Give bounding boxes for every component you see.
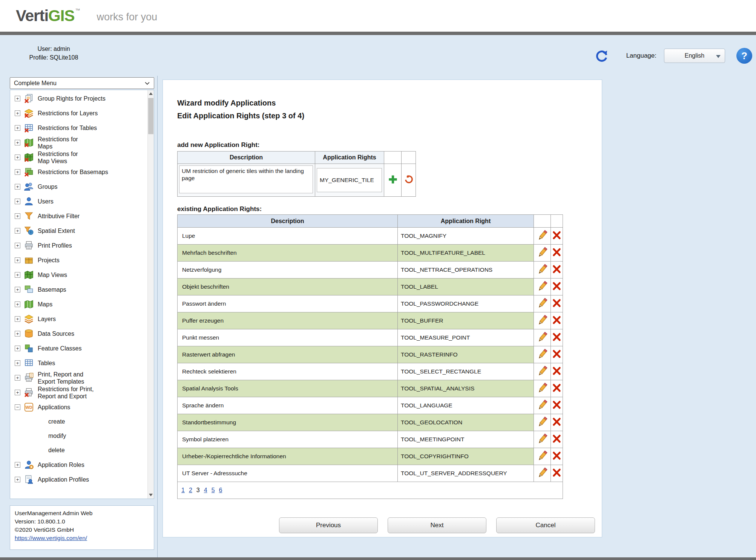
expand-icon[interactable]: + [15,390,20,395]
vertigis-link[interactable]: https://www.vertigis.com/en/ [15,535,87,541]
sidebar-item[interactable]: +Maps [10,297,147,312]
sidebar-item[interactable]: +Application Profiles [10,472,147,487]
expand-icon[interactable]: + [15,228,20,234]
scroll-down-icon[interactable] [148,492,154,498]
sidebar-item[interactable]: +Group Rights for Projects [10,91,147,106]
delete-row-button[interactable] [552,451,562,461]
previous-button[interactable]: Previous [279,517,378,533]
delete-row-button[interactable] [552,434,562,444]
edit-row-button[interactable] [536,433,549,445]
next-button[interactable]: Next [388,517,486,533]
pagination-page-link[interactable]: 5 [212,487,215,493]
delete-row-button[interactable] [552,264,562,274]
edit-row-button[interactable] [536,382,549,394]
expand-icon[interactable]: + [15,199,20,204]
expand-icon[interactable]: + [15,257,20,263]
edit-row-button[interactable] [536,263,549,275]
expand-icon[interactable]: + [15,213,20,219]
sidebar-item[interactable]: +Print, Report and Export Templates [10,370,147,385]
new-right-description-input[interactable]: UM restriction of generic tiles within t… [179,165,313,193]
expand-icon[interactable]: + [15,301,20,307]
sidebar-item[interactable]: +Restrictions for Print, Report and Expo… [10,385,147,400]
edit-row-button[interactable] [536,280,549,292]
delete-row-button[interactable] [552,298,562,308]
delete-row-button[interactable] [552,332,562,342]
delete-row-button[interactable] [552,383,562,393]
delete-row-button[interactable] [552,281,562,291]
expand-icon[interactable]: + [15,331,20,337]
sidebar-item[interactable]: +Groups [10,179,147,194]
delete-row-button[interactable] [552,230,562,240]
sidebar-subitem[interactable]: modify [10,429,147,443]
edit-row-button[interactable] [536,229,549,242]
new-right-name-input[interactable] [317,168,382,192]
delete-row-button[interactable] [552,247,562,257]
sidebar-subitem[interactable]: delete [10,443,147,457]
expand-icon[interactable]: + [15,316,20,322]
edit-row-button[interactable] [536,399,549,411]
sidebar-item[interactable]: +Map Views [10,268,147,282]
expand-icon[interactable]: + [15,360,20,366]
cancel-button[interactable]: Cancel [496,517,595,533]
expand-icon[interactable]: + [15,184,20,190]
add-right-button[interactable] [387,174,399,185]
expand-icon[interactable]: + [15,110,20,116]
edit-row-button[interactable] [536,297,549,309]
help-icon[interactable]: ? [736,48,752,64]
sidebar-item[interactable]: +Restrictions for Tables [10,121,147,135]
collapse-icon[interactable]: − [15,404,20,410]
edit-row-button[interactable] [536,348,549,360]
delete-row-button[interactable] [552,366,562,376]
edit-row-button[interactable] [536,365,549,377]
delete-row-button[interactable] [552,349,562,359]
edit-row-button[interactable] [536,467,549,479]
refresh-icon[interactable] [595,49,608,62]
expand-icon[interactable]: + [15,346,20,351]
delete-row-button[interactable] [552,400,562,410]
expand-icon[interactable]: + [15,287,20,292]
expand-icon[interactable]: + [15,272,20,278]
sidebar-item[interactable]: +Attributive Filter [10,209,147,223]
expand-icon[interactable]: + [15,375,20,381]
sidebar-item[interactable]: +Layers [10,312,147,326]
expand-icon[interactable]: + [15,462,20,468]
sidebar-item[interactable]: +Data Sources [10,326,147,341]
sidebar-item[interactable]: +Restrictions for Layers [10,106,147,121]
sidebar-item[interactable]: +Spatial Extent [10,223,147,238]
pagination-page-link[interactable]: 1 [181,487,185,493]
expand-icon[interactable]: + [15,477,20,482]
expand-icon[interactable]: + [15,243,20,248]
expand-icon[interactable]: + [15,140,20,145]
edit-row-button[interactable] [536,331,549,343]
sidebar-item[interactable]: +Feature Classes [10,341,147,356]
edit-row-button[interactable] [536,416,549,428]
delete-row-button[interactable] [552,468,562,478]
menu-mode-select[interactable]: Complete Menu [10,77,154,89]
edit-row-button[interactable] [536,314,549,326]
sidebar-item[interactable]: +Restrictions for Basemaps [10,165,147,179]
sidebar-item[interactable]: +Basemaps [10,282,147,297]
language-dropdown[interactable]: English [664,49,725,63]
scroll-up-icon[interactable] [148,90,154,97]
pagination-page-link[interactable]: 2 [189,487,192,493]
expand-icon[interactable]: + [15,169,20,175]
scrollbar-thumb[interactable] [148,98,153,134]
sidebar-item[interactable]: +Projects [10,253,147,268]
expand-icon[interactable]: + [15,125,20,131]
sidebar-item[interactable]: −WDApplications [10,400,147,415]
delete-row-button[interactable] [552,315,562,325]
sidebar-subitem[interactable]: create [10,415,147,429]
edit-row-button[interactable] [536,450,549,462]
sidebar-item[interactable]: +Restrictions for Maps [10,135,147,150]
pagination-page-link[interactable]: 6 [219,487,222,493]
sidebar-scrollbar[interactable] [147,90,154,499]
edit-row-button[interactable] [536,246,549,259]
sidebar-item[interactable]: +Tables [10,356,147,370]
expand-icon[interactable]: + [15,96,20,101]
sidebar-item[interactable]: +Users [10,194,147,209]
sidebar-item[interactable]: +Application Roles [10,457,147,472]
pagination-page-link[interactable]: 4 [204,487,207,493]
sidebar-item[interactable]: +Restrictions for Map Views [10,150,147,165]
sidebar-item[interactable]: +Print Profiles [10,238,147,253]
delete-row-button[interactable] [552,417,562,427]
